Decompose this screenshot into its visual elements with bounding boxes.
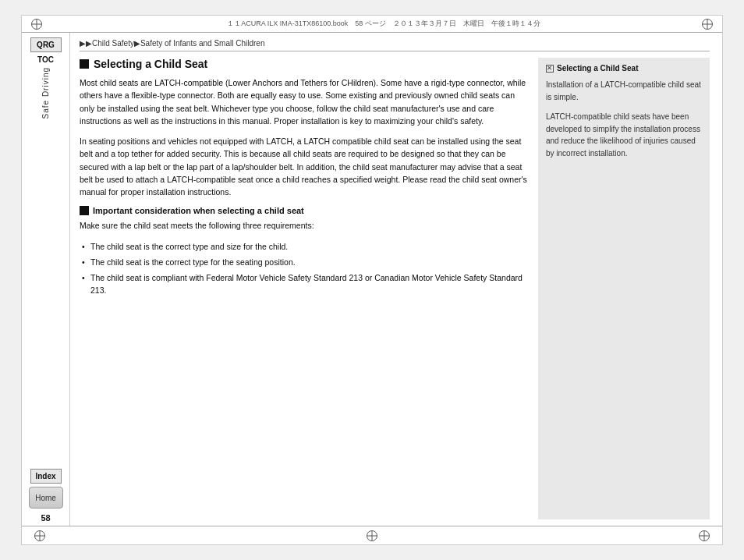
print-header: １１ACURA ILX IMA-31TX86100.book 58 ページ ２０…	[22, 16, 722, 33]
section-square-icon	[80, 59, 89, 69]
top-right-crosshair	[702, 19, 713, 30]
toc-label[interactable]: TOC	[37, 55, 54, 64]
body-paragraph-2: In seating positions and vehicles not eq…	[80, 135, 529, 198]
list-item: The child seat is the correct type for t…	[80, 256, 529, 268]
toc-sublabel: Safe Driving	[41, 67, 50, 119]
right-column: Selecting a Child Seat Installation of a…	[538, 58, 710, 519]
bottom-right-crosshair	[699, 530, 710, 541]
page-footer	[22, 526, 722, 544]
page: １１ACURA ILX IMA-31TX86100.book 58 ページ ２０…	[21, 15, 723, 545]
checkbox-icon	[546, 65, 554, 73]
breadcrumb: ▶▶Child Safety▶Safety of Infants and Sma…	[80, 39, 710, 51]
two-column-layout: Selecting a Child Seat Most child seats …	[80, 58, 710, 519]
bottom-left-crosshair	[34, 530, 45, 541]
main-content: ▶▶Child Safety▶Safety of Infants and Sma…	[70, 33, 722, 526]
right-body-1: Installation of a LATCH-compatible child…	[546, 79, 702, 103]
page-outer: １１ACURA ILX IMA-31TX86100.book 58 ページ ２０…	[0, 0, 744, 560]
bottom-center-crosshair	[367, 530, 377, 541]
print-meta: １１ACURA ILX IMA-31TX86100.book 58 ページ ２０…	[66, 19, 702, 29]
sub-intro: Make sure the child seat meets the follo…	[80, 219, 529, 232]
requirements-list: The child seat is the correct type and s…	[80, 240, 529, 297]
section-heading: Selecting a Child Seat	[80, 58, 529, 70]
top-left-crosshair	[31, 19, 42, 30]
left-column: Selecting a Child Seat Most child seats …	[80, 58, 529, 519]
sub-heading: Important consideration when selecting a…	[80, 206, 529, 215]
sidebar: QRG TOC Safe Driving Index Home 58	[22, 33, 70, 526]
right-title: Selecting a Child Seat	[546, 64, 702, 73]
section-title: Selecting a Child Seat	[94, 58, 207, 70]
qrg-button[interactable]: QRG	[30, 37, 62, 52]
body-paragraph-1: Most child seats are LATCH-compatible (L…	[80, 76, 529, 127]
sub-heading-square-icon	[80, 206, 89, 215]
sub-heading-text: Important consideration when selecting a…	[93, 206, 304, 215]
right-body-2: LATCH-compatible child seats have been d…	[546, 111, 702, 159]
home-button[interactable]: Home	[29, 487, 63, 509]
right-title-text: Selecting a Child Seat	[557, 64, 638, 73]
list-item: The child seat is the correct type and s…	[80, 240, 529, 253]
list-item: The child seat is compliant with Federal…	[80, 271, 529, 297]
page-number: 58	[41, 513, 50, 523]
index-button[interactable]: Index	[30, 469, 62, 484]
content-area: QRG TOC Safe Driving Index Home 58 ▶▶Chi…	[22, 33, 722, 526]
